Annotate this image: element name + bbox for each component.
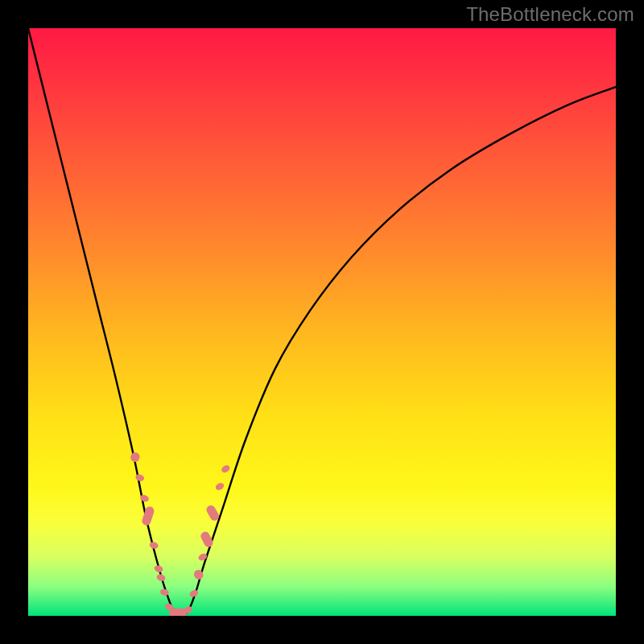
- bottleneck-curve: [28, 28, 616, 616]
- bead: [141, 506, 155, 526]
- watermark-text: TheBottleneck.com: [466, 3, 634, 26]
- bead: [220, 464, 231, 474]
- bead: [149, 541, 159, 550]
- chart-frame: TheBottleneck.com: [0, 0, 644, 644]
- chart-svg: [28, 28, 616, 616]
- bead: [130, 451, 141, 463]
- bead: [197, 552, 208, 562]
- bead: [156, 573, 167, 582]
- bead: [134, 473, 145, 482]
- bead: [154, 564, 164, 573]
- bead: [214, 481, 225, 492]
- highlight-beads: [130, 451, 231, 616]
- plot-area: [28, 28, 616, 616]
